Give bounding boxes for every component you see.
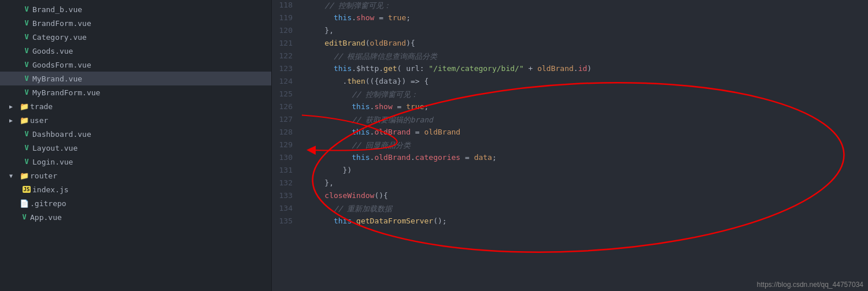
vue-icon-login: V [21, 158, 32, 166]
file-label-index-js: index.js [32, 185, 69, 194]
tree-item-login[interactable]: V Login.vue [0, 155, 271, 169]
line-number-124: 124 [272, 76, 302, 89]
tree-item-dashboard[interactable]: V Dashboard.vue [0, 127, 271, 141]
code-line-121: 121 editBrand(oldBrand){ [272, 38, 868, 51]
file-label-login: Login.vue [32, 158, 73, 166]
line-number-126: 126 [272, 102, 302, 114]
tree-item-trade[interactable]: ▶ 📁 trade [0, 99, 271, 113]
tree-item-brand-form[interactable]: V BrandForm.vue [0, 16, 271, 30]
code-line-124: 124 .then(({data}) => { [272, 76, 868, 89]
code-editor: 118 // 控制弹窗可见：119 this.show = true;120 }… [272, 0, 868, 291]
file-label-mybrand: MyBrand.vue [32, 74, 82, 83]
file-tree[interactable]: V Brand_b.vue V BrandForm.vue V Category… [0, 0, 272, 291]
line-number-121: 121 [272, 38, 302, 51]
folder-icon-router: 📁 [19, 171, 30, 180]
line-content-124: .then(({data}) => { [302, 76, 868, 89]
code-line-130: 130 this.oldBrand.categories = data; [272, 152, 868, 165]
code-line-131: 131 }) [272, 165, 868, 178]
line-number-130: 130 [272, 152, 302, 165]
js-icon-index: JS [21, 186, 32, 193]
folder-icon-user: 📁 [19, 116, 30, 125]
tree-item-index-js[interactable]: JS index.js [0, 182, 271, 196]
code-line-122: 122 // 根据品牌信息查询商品分类 [272, 51, 868, 64]
vue-icon-mybrand: V [21, 74, 32, 83]
line-number-119: 119 [272, 13, 302, 25]
file-icon-gitrepo: 📄 [19, 199, 30, 208]
line-number-118: 118 [272, 0, 302, 13]
code-table: 118 // 控制弹窗可见：119 this.show = true;120 }… [272, 0, 868, 229]
tree-item-mybrand[interactable]: V MyBrand.vue [0, 72, 271, 85]
line-content-122: // 根据品牌信息查询商品分类 [302, 51, 868, 64]
line-number-122: 122 [272, 51, 302, 64]
line-number-128: 128 [272, 127, 302, 140]
file-label-layout: Layout.vue [32, 144, 77, 152]
line-number-129: 129 [272, 140, 302, 152]
folder-label-trade: trade [30, 102, 53, 111]
code-line-120: 120 }, [272, 25, 868, 38]
line-number-133: 133 [272, 191, 302, 203]
line-number-131: 131 [272, 165, 302, 178]
code-line-119: 119 this.show = true; [272, 13, 868, 25]
file-label-brand-b: Brand_b.vue [32, 5, 82, 14]
line-number-123: 123 [272, 64, 302, 76]
folder-label-router: router [30, 171, 57, 180]
file-label-category: Category.vue [32, 33, 87, 42]
line-number-132: 132 [272, 178, 302, 191]
vue-icon-brandform: V [21, 19, 32, 27]
line-content-129: // 回显商品分类 [302, 140, 868, 152]
tree-item-goods-form[interactable]: V GoodsForm.vue [0, 58, 271, 72]
file-label-mybrand-form: MyBrandForm.vue [32, 88, 100, 97]
vue-icon-category: V [21, 33, 32, 41]
code-line-118: 118 // 控制弹窗可见： [272, 0, 868, 13]
code-line-125: 125💡 // 控制弹窗可见： [272, 89, 868, 102]
tree-item-router[interactable]: ▼ 📁 router [0, 169, 271, 182]
code-line-127: 127 // 获取要编辑的brand [272, 114, 868, 127]
vue-icon-layout: V [21, 144, 32, 152]
file-label-app-vue: App.vue [30, 213, 62, 222]
line-content-135: this.getDataFromServer(); [302, 216, 868, 229]
line-content-120: }, [302, 25, 868, 38]
arrow-right-icon: ▶ [9, 103, 19, 110]
line-number-134: 134 [272, 203, 302, 216]
code-line-135: 135 this.getDataFromServer(); [272, 216, 868, 229]
line-content-118: // 控制弹窗可见： [302, 0, 868, 13]
code-line-123: 123 this.$http.get( url: "/item/category… [272, 64, 868, 76]
line-content-134: // 重新加载数据 [302, 203, 868, 216]
vue-icon-mybrandform: V [21, 88, 32, 96]
watermark: https://blog.csdn.net/qq_44757034 [757, 281, 863, 289]
line-content-119: this.show = true; [302, 13, 868, 25]
arrow-down-icon-router: ▼ [9, 173, 19, 179]
file-label-goods-form: GoodsForm.vue [32, 61, 91, 69]
tree-item-brand-b[interactable]: V Brand_b.vue [0, 2, 271, 16]
line-content-125: // 控制弹窗可见： [302, 89, 868, 102]
vue-icon: V [21, 5, 32, 13]
line-content-123: this.$http.get( url: "/item/category/bid… [302, 64, 868, 76]
file-label-dashboard: Dashboard.vue [32, 130, 91, 139]
code-line-134: 134 // 重新加载数据 [272, 203, 868, 216]
line-number-125: 125💡 [272, 89, 302, 102]
vue-icon-dashboard: V [21, 130, 32, 138]
line-content-130: this.oldBrand.categories = data; [302, 152, 868, 165]
line-number-127: 127 [272, 114, 302, 127]
tree-item-mybrand-form[interactable]: V MyBrandForm.vue [0, 85, 271, 99]
line-content-121: editBrand(oldBrand){ [302, 38, 868, 51]
tree-item-category[interactable]: V Category.vue [0, 30, 271, 44]
line-content-132: }, [302, 178, 868, 191]
tree-item-goods[interactable]: V Goods.vue [0, 44, 271, 58]
folder-label-user: user [30, 116, 48, 125]
tree-item-gitrepo[interactable]: ▶ 📄 .gitrepo [0, 196, 271, 210]
code-line-128: 128 this.oldBrand = oldBrand [272, 127, 868, 140]
tree-item-layout[interactable]: V Layout.vue [0, 141, 271, 155]
line-content-133: closeWindow(){ [302, 191, 868, 203]
vue-icon-goods: V [21, 47, 32, 55]
line-number-120: 120 [272, 25, 302, 38]
line-content-126: this.show = true; [302, 102, 868, 114]
code-line-133: 133 closeWindow(){ [272, 191, 868, 203]
tree-item-user[interactable]: ▶ 📁 user [0, 113, 271, 127]
bulb-icon: 💡 [272, 91, 273, 99]
line-content-128: this.oldBrand = oldBrand [302, 127, 868, 140]
tree-item-app-vue[interactable]: ▶ V App.vue [0, 210, 271, 224]
vue-icon-goodsform: V [21, 61, 32, 69]
line-content-127: // 获取要编辑的brand [302, 114, 868, 127]
folder-icon-trade: 📁 [19, 102, 30, 111]
